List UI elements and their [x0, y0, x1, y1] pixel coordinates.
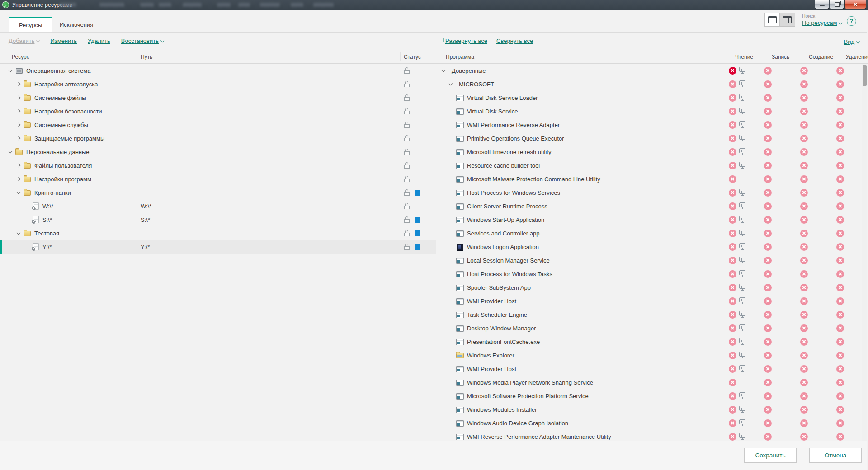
block-create-icon[interactable]	[800, 175, 808, 183]
block-read-icon[interactable]	[729, 216, 736, 224]
block-write-icon[interactable]	[764, 243, 772, 251]
column-header-write[interactable]: Запись	[772, 50, 789, 64]
block-delete-icon[interactable]	[836, 94, 844, 102]
block-write-icon[interactable]	[764, 202, 772, 210]
block-create-icon[interactable]	[800, 243, 808, 251]
block-write-icon[interactable]	[764, 148, 772, 156]
log-events-icon[interactable]	[739, 243, 746, 250]
log-events-icon[interactable]	[739, 284, 746, 291]
edit-button[interactable]: Изменить	[50, 38, 77, 44]
block-delete-icon[interactable]	[836, 433, 844, 441]
program-row[interactable]: WMI Provider Host	[436, 362, 868, 376]
program-row[interactable]: Resource cache builder tool	[436, 159, 868, 172]
block-delete-icon[interactable]	[836, 270, 844, 278]
program-row[interactable]: Primitive Operations Queue Executor	[436, 132, 868, 145]
block-read-icon[interactable]	[729, 67, 736, 75]
block-create-icon[interactable]	[800, 379, 808, 386]
block-create-icon[interactable]	[800, 419, 808, 427]
log-events-icon[interactable]	[739, 270, 746, 277]
block-create-icon[interactable]	[800, 80, 808, 88]
program-row[interactable]: PresentationFontCache.exe	[436, 335, 868, 348]
program-row[interactable]: Host Process for Windows Services	[436, 186, 868, 199]
restore-button-toolbar[interactable]: Восстановить	[121, 38, 164, 44]
resource-row[interactable]: Настройки программ	[0, 172, 436, 186]
block-delete-icon[interactable]	[836, 406, 844, 414]
program-row[interactable]: WMI Provider Host	[436, 294, 868, 308]
resource-row[interactable]: Y:\*Y:\*	[0, 240, 436, 254]
log-events-icon[interactable]	[739, 108, 746, 115]
program-row[interactable]: Task Scheduler Engine	[436, 308, 868, 321]
block-read-icon[interactable]	[729, 419, 736, 427]
program-row[interactable]: Microsoft Software Protection Platform S…	[436, 389, 868, 403]
log-events-icon[interactable]	[739, 352, 746, 359]
program-row[interactable]: Virtual Disk Service	[436, 104, 868, 118]
block-write-icon[interactable]	[764, 230, 772, 237]
tab-exclusions[interactable]: Исключения	[50, 17, 103, 32]
program-row[interactable]: Virtual Disk Service Loader	[436, 91, 868, 104]
block-write-icon[interactable]	[764, 379, 772, 386]
block-delete-icon[interactable]	[836, 121, 844, 129]
resource-row[interactable]: W:\*W:\*	[0, 199, 436, 213]
column-header-delete[interactable]: Удаление	[846, 50, 868, 64]
block-create-icon[interactable]	[800, 352, 808, 359]
block-read-icon[interactable]	[729, 189, 736, 197]
program-row[interactable]: Local Session Manager Service	[436, 254, 868, 267]
log-events-icon[interactable]	[739, 94, 746, 101]
log-events-icon[interactable]	[739, 162, 746, 169]
block-create-icon[interactable]	[800, 311, 808, 319]
block-write-icon[interactable]	[764, 297, 772, 305]
program-row[interactable]: Windows Modules Installer	[436, 403, 868, 416]
block-write-icon[interactable]	[764, 392, 772, 400]
collapse-all-button[interactable]: Свернуть все	[496, 38, 533, 44]
view-single-pane-button[interactable]	[764, 13, 780, 27]
log-events-icon[interactable]	[739, 419, 746, 427]
cancel-button[interactable]: Отмена	[809, 448, 862, 463]
block-read-icon[interactable]	[729, 94, 736, 102]
log-events-icon[interactable]	[739, 297, 746, 305]
block-read-icon[interactable]	[729, 338, 736, 346]
block-write-icon[interactable]	[764, 67, 772, 75]
resource-row[interactable]: Настройки автозапуска	[0, 77, 436, 91]
scrollbar-thumb[interactable]	[863, 65, 867, 86]
chevron-down-icon[interactable]	[9, 150, 13, 154]
block-read-icon[interactable]	[729, 230, 736, 237]
block-read-icon[interactable]	[729, 80, 736, 88]
block-write-icon[interactable]	[764, 162, 772, 169]
block-delete-icon[interactable]	[836, 230, 844, 237]
block-delete-icon[interactable]	[836, 135, 844, 142]
block-read-icon[interactable]	[729, 175, 736, 183]
log-events-icon[interactable]	[739, 433, 746, 440]
help-button[interactable]: ?	[847, 16, 856, 26]
program-row[interactable]: Windows Explorer	[436, 348, 868, 362]
block-read-icon[interactable]	[729, 297, 736, 305]
log-events-icon[interactable]	[739, 80, 746, 88]
block-create-icon[interactable]	[800, 433, 808, 441]
resource-row[interactable]: S:\*S:\*	[0, 213, 436, 226]
resource-row[interactable]: Файлы пользователя	[0, 159, 436, 172]
block-create-icon[interactable]	[800, 297, 808, 305]
program-row[interactable]: WMI Performance Reverse Adapter	[436, 118, 868, 132]
block-write-icon[interactable]	[764, 80, 772, 88]
search-mode-dropdown[interactable]: По ресурсам	[802, 19, 842, 26]
block-write-icon[interactable]	[764, 352, 772, 359]
block-delete-icon[interactable]	[836, 311, 844, 319]
block-write-icon[interactable]	[764, 338, 772, 346]
program-row[interactable]: Desktop Window Manager	[436, 321, 868, 335]
tab-resources[interactable]: Ресурсы	[9, 17, 52, 32]
block-create-icon[interactable]	[800, 406, 808, 414]
log-events-icon[interactable]	[739, 365, 746, 372]
chevron-down-icon[interactable]	[442, 68, 446, 73]
block-write-icon[interactable]	[764, 365, 772, 373]
log-events-icon[interactable]	[739, 392, 746, 400]
block-read-icon[interactable]	[729, 135, 736, 142]
block-create-icon[interactable]	[800, 202, 808, 210]
block-delete-icon[interactable]	[836, 189, 844, 197]
program-row[interactable]: Spooler SubSystem App	[436, 281, 868, 294]
block-read-icon[interactable]	[729, 257, 736, 264]
block-delete-icon[interactable]	[836, 67, 844, 75]
log-events-icon[interactable]	[739, 257, 746, 264]
block-read-icon[interactable]	[729, 284, 736, 291]
view-split-pane-button[interactable]	[780, 13, 795, 27]
chevron-right-icon[interactable]	[17, 136, 21, 141]
block-create-icon[interactable]	[800, 365, 808, 373]
